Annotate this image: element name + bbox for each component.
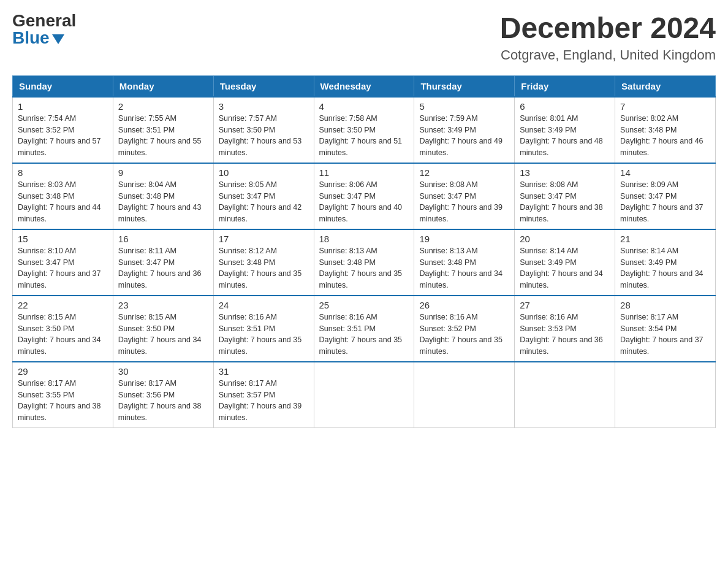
calendar-cell: 9 Sunrise: 8:04 AMSunset: 3:48 PMDayligh… [113, 163, 213, 229]
calendar-cell: 29 Sunrise: 8:17 AMSunset: 3:55 PMDaylig… [13, 362, 113, 428]
calendar-cell: 5 Sunrise: 7:59 AMSunset: 3:49 PMDayligh… [414, 97, 515, 163]
calendar-week-row: 1 Sunrise: 7:54 AMSunset: 3:52 PMDayligh… [13, 97, 716, 163]
day-info: Sunrise: 8:15 AMSunset: 3:50 PMDaylight:… [18, 313, 101, 356]
day-number: 16 [118, 234, 208, 244]
day-info: Sunrise: 8:10 AMSunset: 3:47 PMDaylight:… [18, 247, 101, 289]
calendar-cell [414, 362, 515, 428]
day-info: Sunrise: 8:05 AMSunset: 3:47 PMDaylight:… [219, 180, 302, 223]
day-info: Sunrise: 8:04 AMSunset: 3:48 PMDaylight:… [118, 180, 202, 223]
day-number: 8 [18, 167, 108, 178]
day-info: Sunrise: 8:11 AMSunset: 3:47 PMDaylight:… [118, 247, 202, 289]
day-number: 3 [219, 101, 309, 112]
calendar-header-row: SundayMondayTuesdayWednesdayThursdayFrid… [13, 75, 716, 97]
day-info: Sunrise: 8:15 AMSunset: 3:50 PMDaylight:… [118, 313, 202, 356]
calendar-header-wednesday: Wednesday [314, 75, 414, 97]
day-info: Sunrise: 8:16 AMSunset: 3:53 PMDaylight:… [520, 313, 603, 356]
calendar-week-row: 22 Sunrise: 8:15 AMSunset: 3:50 PMDaylig… [13, 296, 716, 362]
day-number: 28 [620, 300, 710, 310]
day-number: 18 [319, 234, 409, 244]
day-number: 4 [319, 101, 409, 112]
day-info: Sunrise: 8:06 AMSunset: 3:47 PMDaylight:… [319, 180, 403, 223]
day-info: Sunrise: 8:01 AMSunset: 3:49 PMDaylight:… [520, 114, 603, 157]
day-number: 15 [18, 234, 108, 244]
calendar-cell: 3 Sunrise: 7:57 AMSunset: 3:50 PMDayligh… [213, 97, 314, 163]
day-number: 21 [620, 234, 710, 244]
day-number: 6 [520, 101, 610, 112]
day-number: 19 [419, 234, 509, 244]
calendar-cell: 12 Sunrise: 8:08 AMSunset: 3:47 PMDaylig… [414, 163, 515, 229]
day-number: 30 [118, 366, 208, 377]
day-number: 7 [620, 101, 710, 112]
calendar-week-row: 15 Sunrise: 8:10 AMSunset: 3:47 PMDaylig… [13, 229, 716, 296]
calendar-cell: 30 Sunrise: 8:17 AMSunset: 3:56 PMDaylig… [113, 362, 213, 428]
day-info: Sunrise: 7:57 AMSunset: 3:50 PMDaylight:… [219, 114, 302, 157]
calendar-cell [314, 362, 414, 428]
logo: General Blue [12, 12, 76, 47]
day-info: Sunrise: 8:13 AMSunset: 3:48 PMDaylight:… [319, 247, 403, 289]
calendar-cell: 24 Sunrise: 8:16 AMSunset: 3:51 PMDaylig… [213, 296, 314, 362]
calendar-cell: 31 Sunrise: 8:17 AMSunset: 3:57 PMDaylig… [213, 362, 314, 428]
day-info: Sunrise: 8:17 AMSunset: 3:57 PMDaylight:… [219, 379, 302, 422]
calendar-cell: 8 Sunrise: 8:03 AMSunset: 3:48 PMDayligh… [13, 163, 113, 229]
logo-general-text: General [12, 12, 76, 29]
day-info: Sunrise: 7:58 AMSunset: 3:50 PMDaylight:… [319, 114, 403, 157]
calendar-cell: 13 Sunrise: 8:08 AMSunset: 3:47 PMDaylig… [515, 163, 615, 229]
day-number: 1 [18, 101, 108, 112]
day-number: 14 [620, 167, 710, 178]
day-number: 22 [18, 300, 108, 310]
day-info: Sunrise: 8:14 AMSunset: 3:49 PMDaylight:… [620, 247, 703, 289]
day-info: Sunrise: 8:08 AMSunset: 3:47 PMDaylight:… [520, 180, 603, 223]
calendar-header-sunday: Sunday [13, 75, 113, 97]
calendar-cell: 1 Sunrise: 7:54 AMSunset: 3:52 PMDayligh… [13, 97, 113, 163]
logo-blue-text: Blue [12, 29, 64, 47]
page-header: General Blue December 2024 Cotgrave, Eng… [12, 12, 716, 63]
day-number: 24 [219, 300, 309, 310]
calendar-week-row: 8 Sunrise: 8:03 AMSunset: 3:48 PMDayligh… [13, 163, 716, 229]
day-number: 27 [520, 300, 610, 310]
calendar-week-row: 29 Sunrise: 8:17 AMSunset: 3:55 PMDaylig… [13, 362, 716, 428]
day-info: Sunrise: 8:08 AMSunset: 3:47 PMDaylight:… [419, 180, 502, 223]
calendar-cell: 16 Sunrise: 8:11 AMSunset: 3:47 PMDaylig… [113, 229, 213, 296]
title-block: December 2024 Cotgrave, England, United … [500, 12, 716, 63]
calendar-cell: 27 Sunrise: 8:16 AMSunset: 3:53 PMDaylig… [515, 296, 615, 362]
calendar-cell: 15 Sunrise: 8:10 AMSunset: 3:47 PMDaylig… [13, 229, 113, 296]
day-number: 5 [419, 101, 509, 112]
day-info: Sunrise: 8:09 AMSunset: 3:47 PMDaylight:… [620, 180, 703, 223]
day-number: 20 [520, 234, 610, 244]
day-info: Sunrise: 7:54 AMSunset: 3:52 PMDaylight:… [18, 114, 101, 157]
calendar-header-thursday: Thursday [414, 75, 515, 97]
day-info: Sunrise: 8:17 AMSunset: 3:54 PMDaylight:… [620, 313, 703, 356]
day-number: 26 [419, 300, 509, 310]
day-number: 9 [118, 167, 208, 178]
day-number: 29 [18, 366, 108, 377]
day-info: Sunrise: 8:12 AMSunset: 3:48 PMDaylight:… [219, 247, 302, 289]
day-number: 17 [219, 234, 309, 244]
day-info: Sunrise: 7:59 AMSunset: 3:49 PMDaylight:… [419, 114, 502, 157]
day-info: Sunrise: 8:14 AMSunset: 3:49 PMDaylight:… [520, 247, 603, 289]
calendar-cell: 26 Sunrise: 8:16 AMSunset: 3:52 PMDaylig… [414, 296, 515, 362]
day-number: 13 [520, 167, 610, 178]
day-number: 23 [118, 300, 208, 310]
day-info: Sunrise: 8:02 AMSunset: 3:48 PMDaylight:… [620, 114, 703, 157]
calendar-cell: 21 Sunrise: 8:14 AMSunset: 3:49 PMDaylig… [615, 229, 716, 296]
day-number: 12 [419, 167, 509, 178]
day-info: Sunrise: 8:16 AMSunset: 3:51 PMDaylight:… [319, 313, 403, 356]
calendar-cell: 19 Sunrise: 8:13 AMSunset: 3:48 PMDaylig… [414, 229, 515, 296]
day-number: 25 [319, 300, 409, 310]
calendar-cell: 22 Sunrise: 8:15 AMSunset: 3:50 PMDaylig… [13, 296, 113, 362]
day-info: Sunrise: 8:17 AMSunset: 3:56 PMDaylight:… [118, 379, 202, 422]
calendar-cell: 11 Sunrise: 8:06 AMSunset: 3:47 PMDaylig… [314, 163, 414, 229]
calendar-header-friday: Friday [515, 75, 615, 97]
day-info: Sunrise: 8:13 AMSunset: 3:48 PMDaylight:… [419, 247, 502, 289]
calendar-cell [515, 362, 615, 428]
calendar-cell: 28 Sunrise: 8:17 AMSunset: 3:54 PMDaylig… [615, 296, 716, 362]
calendar-table: SundayMondayTuesdayWednesdayThursdayFrid… [12, 75, 716, 428]
logo-triangle-icon [52, 34, 64, 44]
calendar-cell: 17 Sunrise: 8:12 AMSunset: 3:48 PMDaylig… [213, 229, 314, 296]
calendar-header-tuesday: Tuesday [213, 75, 314, 97]
day-info: Sunrise: 8:17 AMSunset: 3:55 PMDaylight:… [18, 379, 101, 422]
calendar-cell: 10 Sunrise: 8:05 AMSunset: 3:47 PMDaylig… [213, 163, 314, 229]
calendar-cell: 20 Sunrise: 8:14 AMSunset: 3:49 PMDaylig… [515, 229, 615, 296]
calendar-subtitle: Cotgrave, England, United Kingdom [500, 47, 716, 63]
day-info: Sunrise: 8:16 AMSunset: 3:51 PMDaylight:… [219, 313, 302, 356]
